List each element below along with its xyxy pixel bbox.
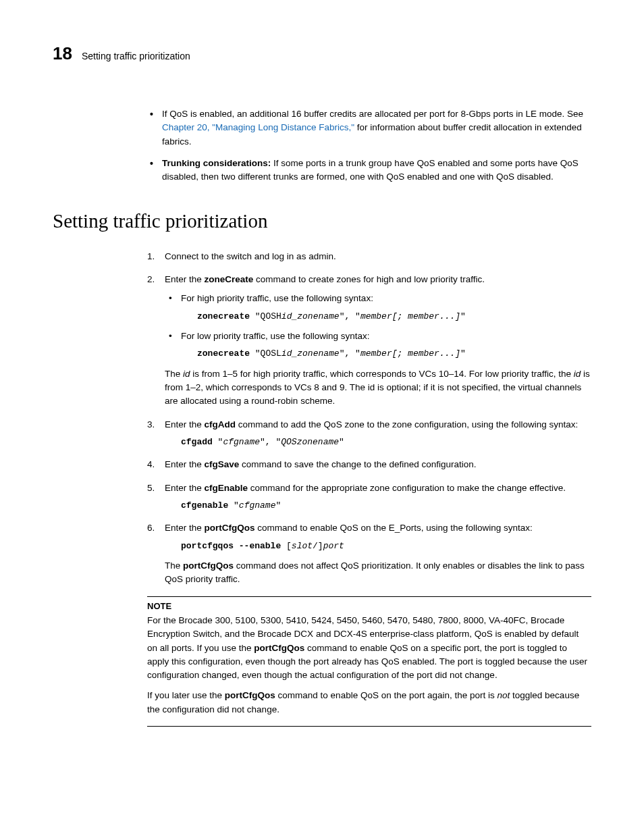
step-4: Enter the cfgSave command to save the ch… xyxy=(147,458,591,471)
running-title: Setting traffic prioritization xyxy=(82,49,190,63)
page-header: 18 Setting traffic prioritization xyxy=(53,41,591,67)
text: For low priority traffic, use the follow… xyxy=(181,331,370,341)
note-paragraph-1: For the Brocade 300, 5100, 5300, 5410, 5… xyxy=(147,614,591,682)
command-name: portCfgQos xyxy=(205,523,255,533)
bullet-lead: Trunking considerations: xyxy=(162,158,271,168)
command-name: portCfgQos xyxy=(225,690,275,700)
step-3: Enter the cfgAdd command to add the QoS … xyxy=(147,418,591,449)
step-2-high: For high priority traffic, use the follo… xyxy=(165,292,591,323)
step-6-note: The portCfgQos command does not affect Q… xyxy=(165,559,591,587)
intro-bullet-1: If QoS is enabled, an additional 16 buff… xyxy=(147,107,591,149)
step-2-low: For low priority traffic, use the follow… xyxy=(165,330,591,361)
intro-bullet-2: Trunking considerations: If some ports i… xyxy=(147,157,591,184)
xref-link[interactable]: Chapter 20, "Managing Long Distance Fabr… xyxy=(162,122,354,132)
text: Enter the xyxy=(165,274,205,284)
section-heading: Setting traffic prioritization xyxy=(53,207,591,236)
command-name: cfgEnable xyxy=(205,483,248,493)
code-sample: cfgadd "cfgname", "QOSzonename" xyxy=(165,436,591,449)
step-5: Enter the cfgEnable command for the appr… xyxy=(147,481,591,513)
step-6: Enter the portCfgQos command to enable Q… xyxy=(147,521,591,586)
text: command to create zones for high and low… xyxy=(253,274,485,284)
command-name: portCfgQos xyxy=(183,561,234,571)
code-sample: zonecreate "QOSHid_zonename", "member[; … xyxy=(181,310,591,323)
steps-block: Connect to the switch and log in as admi… xyxy=(147,250,591,727)
command-name: cfgAdd xyxy=(205,419,236,429)
code-sample: cfgenable "cfgname" xyxy=(165,499,591,513)
note-rule-bottom xyxy=(147,726,591,727)
note-label: NOTE xyxy=(147,600,591,613)
intro-block: If QoS is enabled, an additional 16 buff… xyxy=(147,107,591,184)
step-2: Enter the zoneCreate command to create z… xyxy=(147,273,591,409)
step-2-explanation: The id is from 1–5 for high priority tra… xyxy=(165,367,591,409)
code-sample: zonecreate "QOSLid_zonename", "member[; … xyxy=(181,347,591,361)
text: Connect to the switch and log in as admi… xyxy=(165,251,336,261)
command-name: zoneCreate xyxy=(205,274,254,284)
command-name: portCfgQos xyxy=(254,643,304,653)
text: For high priority traffic, use the follo… xyxy=(181,293,373,303)
code-sample: portcfgqos --enable [slot/]port xyxy=(165,540,591,553)
chapter-number: 18 xyxy=(53,41,72,67)
note-rule-top xyxy=(147,596,591,597)
note-paragraph-2: If you later use the portCfgQos command … xyxy=(147,689,591,716)
text: If QoS is enabled, an additional 16 buff… xyxy=(162,109,583,119)
step-1: Connect to the switch and log in as admi… xyxy=(147,250,591,263)
command-name: cfgSave xyxy=(205,459,240,469)
